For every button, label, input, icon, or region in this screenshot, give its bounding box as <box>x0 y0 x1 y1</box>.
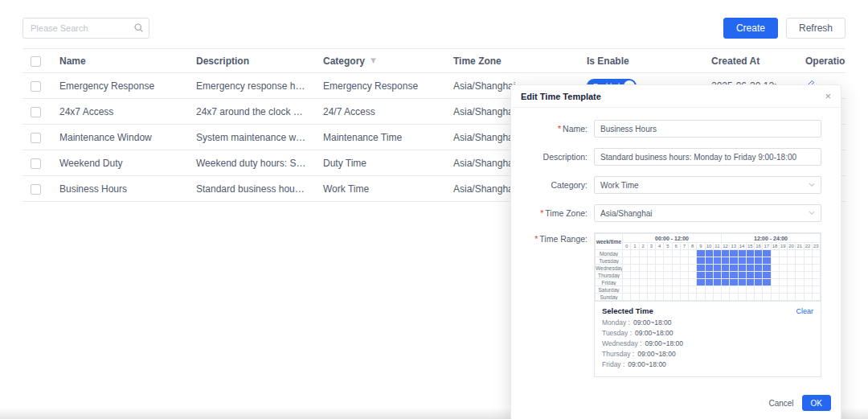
grid-cell[interactable] <box>763 250 771 257</box>
grid-cell[interactable] <box>771 272 779 279</box>
grid-cell[interactable] <box>796 257 804 265</box>
close-icon[interactable]: × <box>825 91 831 101</box>
grid-cell[interactable] <box>713 265 721 272</box>
grid-cell[interactable] <box>771 265 779 272</box>
grid-cell[interactable] <box>672 265 680 272</box>
grid-cell[interactable] <box>746 279 754 286</box>
grid-cell[interactable] <box>804 294 812 301</box>
grid-cell[interactable] <box>730 272 738 279</box>
grid-cell[interactable] <box>647 279 655 286</box>
grid-cell[interactable] <box>812 265 820 272</box>
grid-cell[interactable] <box>631 250 639 257</box>
grid-cell[interactable] <box>779 265 787 272</box>
grid-cell[interactable] <box>722 294 730 301</box>
grid-cell[interactable] <box>697 265 705 272</box>
grid-cell[interactable] <box>672 272 680 279</box>
grid-cell[interactable] <box>804 265 812 272</box>
grid-cell[interactable] <box>796 265 804 272</box>
grid-cell[interactable] <box>812 294 820 301</box>
grid-cell[interactable] <box>680 265 688 272</box>
grid-cell[interactable] <box>738 257 746 265</box>
grid-cell[interactable] <box>730 279 738 286</box>
grid-cell[interactable] <box>722 279 730 286</box>
grid-cell[interactable] <box>755 286 763 294</box>
grid-cell[interactable] <box>639 279 647 286</box>
grid-cell[interactable] <box>631 257 639 265</box>
grid-cell[interactable] <box>779 286 787 294</box>
grid-cell[interactable] <box>730 286 738 294</box>
grid-cell[interactable] <box>631 286 639 294</box>
grid-cell[interactable] <box>746 257 754 265</box>
description-input[interactable] <box>594 148 821 166</box>
grid-cell[interactable] <box>672 286 680 294</box>
grid-cell[interactable] <box>722 272 730 279</box>
grid-cell[interactable] <box>689 265 697 272</box>
grid-cell[interactable] <box>697 294 705 301</box>
grid-cell[interactable] <box>763 265 771 272</box>
grid-cell[interactable] <box>713 250 721 257</box>
grid-cell[interactable] <box>680 286 688 294</box>
grid-cell[interactable] <box>656 286 664 294</box>
grid-cell[interactable] <box>738 294 746 301</box>
grid-cell[interactable] <box>771 294 779 301</box>
grid-cell[interactable] <box>639 265 647 272</box>
grid-cell[interactable] <box>738 265 746 272</box>
grid-cell[interactable] <box>672 279 680 286</box>
grid-cell[interactable] <box>623 279 631 286</box>
grid-cell[interactable] <box>705 250 713 257</box>
grid-cell[interactable] <box>812 286 820 294</box>
grid-cell[interactable] <box>656 265 664 272</box>
grid-cell[interactable] <box>796 286 804 294</box>
grid-cell[interactable] <box>755 294 763 301</box>
grid-cell[interactable] <box>738 286 746 294</box>
grid-cell[interactable] <box>623 286 631 294</box>
grid-cell[interactable] <box>623 265 631 272</box>
grid-cell[interactable] <box>722 250 730 257</box>
grid-cell[interactable] <box>812 272 820 279</box>
grid-cell[interactable] <box>738 272 746 279</box>
grid-cell[interactable] <box>680 279 688 286</box>
grid-cell[interactable] <box>779 250 787 257</box>
grid-cell[interactable] <box>689 257 697 265</box>
grid-cell[interactable] <box>730 257 738 265</box>
grid-cell[interactable] <box>771 279 779 286</box>
grid-cell[interactable] <box>705 265 713 272</box>
grid-cell[interactable] <box>788 265 796 272</box>
row-checkbox[interactable] <box>31 133 41 143</box>
grid-cell[interactable] <box>779 257 787 265</box>
grid-cell[interactable] <box>755 250 763 257</box>
grid-cell[interactable] <box>788 257 796 265</box>
row-checkbox[interactable] <box>31 107 41 117</box>
grid-cell[interactable] <box>812 250 820 257</box>
create-button[interactable]: Create <box>723 18 778 39</box>
grid-cell[interactable] <box>713 257 721 265</box>
cancel-button[interactable]: Cancel <box>768 399 793 408</box>
grid-cell[interactable] <box>705 272 713 279</box>
grid-cell[interactable] <box>763 272 771 279</box>
grid-cell[interactable] <box>647 294 655 301</box>
grid-cell[interactable] <box>656 279 664 286</box>
grid-cell[interactable] <box>755 279 763 286</box>
refresh-button[interactable]: Refresh <box>786 18 845 39</box>
grid-cell[interactable] <box>623 257 631 265</box>
grid-cell[interactable] <box>763 286 771 294</box>
timezone-select[interactable]: Asia/Shanghai <box>594 204 821 222</box>
grid-cell[interactable] <box>680 257 688 265</box>
grid-cell[interactable] <box>664 279 672 286</box>
grid-cell[interactable] <box>656 250 664 257</box>
grid-cell[interactable] <box>639 294 647 301</box>
grid-cell[interactable] <box>755 265 763 272</box>
grid-cell[interactable] <box>664 250 672 257</box>
grid-cell[interactable] <box>680 294 688 301</box>
grid-cell[interactable] <box>639 272 647 279</box>
grid-cell[interactable] <box>656 257 664 265</box>
grid-cell[interactable] <box>672 294 680 301</box>
grid-cell[interactable] <box>689 272 697 279</box>
grid-cell[interactable] <box>730 265 738 272</box>
grid-cell[interactable] <box>631 272 639 279</box>
search-input[interactable] <box>23 18 149 39</box>
grid-cell[interactable] <box>705 286 713 294</box>
grid-cell[interactable] <box>796 294 804 301</box>
grid-cell[interactable] <box>680 250 688 257</box>
grid-cell[interactable] <box>697 272 705 279</box>
